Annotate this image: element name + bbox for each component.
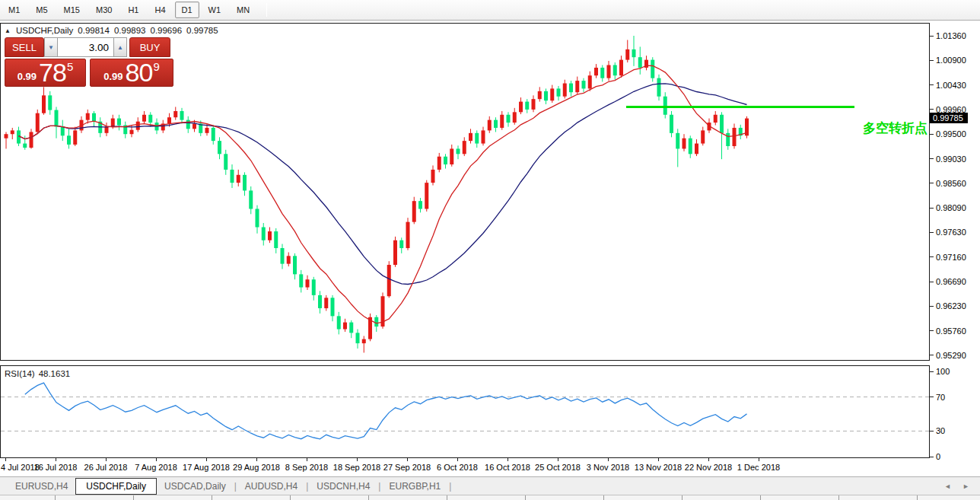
timeframe-button-h4[interactable]: H4 <box>148 2 172 18</box>
timeframe-button-h1[interactable]: H1 <box>121 2 145 18</box>
timeframe-button-d1[interactable]: D1 <box>175 2 199 18</box>
candle-body <box>356 333 360 343</box>
rsi-line <box>25 383 747 439</box>
rsi-axis-tick <box>930 431 934 432</box>
price-axis-tick <box>930 134 934 135</box>
candle-body <box>218 141 221 154</box>
candle-body <box>575 81 579 92</box>
price-axis-label: 0.96690 <box>936 277 966 286</box>
ma-fast-line <box>19 65 747 323</box>
candle-body <box>30 132 33 148</box>
date-axis-label: 17 Aug 2018 <box>181 463 231 472</box>
candle-body <box>482 130 485 143</box>
candle-body <box>469 133 473 141</box>
candle-body <box>457 148 460 154</box>
price-axis-tick <box>930 158 934 159</box>
date-axis-label: 27 Sep 2018 <box>382 463 432 472</box>
candle-body <box>148 115 152 123</box>
price-axis-label: 0.96230 <box>936 301 966 311</box>
price-axis-label: 1.00430 <box>936 81 966 90</box>
volume-decrease-button[interactable]: ▼ <box>44 37 58 57</box>
volume-increase-button[interactable]: ▲ <box>113 37 127 57</box>
tab-scroll-right-icon[interactable]: ► <box>963 482 969 490</box>
candle-body <box>425 183 428 209</box>
mt4-window: M1M5M15M30H1H4D1W1MN ▲ USDCHF,Daily 0.99… <box>0 0 980 500</box>
date-axis-label: 1 Dec 2018 <box>733 463 784 472</box>
tab-eurgbp-h1[interactable]: EURGBP,H1 <box>381 479 448 494</box>
tab-usdcnh-h4[interactable]: USDCNH,H4 <box>309 479 377 494</box>
tab-scroll-left-icon[interactable]: ◄ <box>944 482 951 490</box>
candle-body <box>475 133 479 144</box>
rsi-axis-label: 70 <box>936 393 945 402</box>
candle-body <box>588 75 592 88</box>
timeframe-button-w1[interactable]: W1 <box>202 2 228 18</box>
date-axis-label: 16 Oct 2018 <box>482 463 533 472</box>
rsi-axis-tick <box>930 371 934 372</box>
candle-body <box>513 112 517 123</box>
date-axis-tick <box>759 458 759 461</box>
price-pane[interactable]: ▲ USDCHF,Daily 0.99814 0.99893 0.99696 0… <box>0 23 930 361</box>
sell-button[interactable]: SELL <box>5 37 44 57</box>
date-axis-label: 29 Aug 2018 <box>231 463 282 472</box>
tab-usdchf-daily[interactable]: USDCHF,Daily <box>75 478 157 495</box>
price-axis-tick <box>930 282 934 282</box>
candle-body <box>488 120 492 131</box>
candle-body <box>582 81 586 88</box>
candle-body <box>657 78 661 97</box>
candle-body <box>569 84 573 93</box>
date-axis-label: 22 Nov 2018 <box>683 463 733 472</box>
price-axis-tick <box>930 60 934 61</box>
candle-body <box>281 248 285 264</box>
chart-header: ▲ USDCHF,Daily 0.99814 0.99893 0.99696 0… <box>5 26 218 35</box>
price-axis-label: 0.97160 <box>936 253 966 262</box>
ohlc-open: 0.99814 <box>78 26 110 35</box>
rsi-indicator-value: 48.1631 <box>39 369 71 378</box>
annotation-text[interactable]: 多空转折点 <box>853 119 928 137</box>
date-axis-label: 13 Nov 2018 <box>633 463 683 472</box>
candle-body <box>249 190 253 209</box>
candle-body <box>42 95 46 113</box>
buy-quote-button[interactable]: 0.99 80 9 <box>90 59 173 87</box>
candle-body <box>619 60 623 76</box>
sell-price-prefix: 0.99 <box>18 71 37 82</box>
tab-eurusd-h4[interactable]: EURUSD,H4 <box>8 479 75 494</box>
candle-body <box>362 339 366 343</box>
candle-body <box>349 323 353 333</box>
candle-body <box>92 113 96 122</box>
timeframe-button-m15[interactable]: M15 <box>57 2 87 18</box>
volume-field[interactable]: 3.00 <box>58 37 113 57</box>
tab-usdcad-daily[interactable]: USDCAD,Daily <box>157 479 234 494</box>
candle-body <box>695 144 698 154</box>
buy-button[interactable]: BUY <box>129 37 170 57</box>
date-axis-tick <box>708 458 709 461</box>
candle-body <box>36 113 40 132</box>
rsi-indicator-name: RSI(14) <box>5 369 35 378</box>
date-axis-label: 16 Jul 2018 <box>30 463 81 472</box>
candle-body <box>67 135 71 145</box>
buy-price-pip: 9 <box>153 60 159 73</box>
timeframe-button-mn[interactable]: MN <box>230 2 256 18</box>
candle-body <box>337 316 341 329</box>
rsi-pane[interactable]: RSI(14) 48.1631 <box>0 365 930 458</box>
collapse-panel-icon[interactable]: ▲ <box>5 27 11 34</box>
price-axis-label: 0.95290 <box>936 351 966 360</box>
date-axis-label: 6 Oct 2018 <box>432 463 482 472</box>
sell-quote-button[interactable]: 0.99 78 5 <box>5 59 86 87</box>
timeframe-button-m1[interactable]: M1 <box>2 2 27 18</box>
price-axis-tick <box>930 256 934 257</box>
timeframe-toolbar: M1M5M15M30H1H4D1W1MN <box>0 0 980 21</box>
timeframe-button-m30[interactable]: M30 <box>89 2 119 18</box>
toolbar-separator <box>266 3 267 17</box>
spinner-down-icon: ▼ <box>48 44 54 51</box>
price-axis-tick <box>930 232 934 233</box>
candle-body <box>306 279 310 287</box>
candle-body <box>638 57 642 68</box>
tab-audusd-h4[interactable]: AUDUSD,H4 <box>237 479 305 494</box>
timeframe-button-m5[interactable]: M5 <box>29 2 54 18</box>
ohlc-close: 0.99785 <box>186 26 218 35</box>
candle-body <box>733 128 737 146</box>
price-axis-tick <box>930 84 934 85</box>
candle-body <box>287 256 291 263</box>
candle-body <box>243 175 247 191</box>
price-axis-tick <box>930 36 934 37</box>
